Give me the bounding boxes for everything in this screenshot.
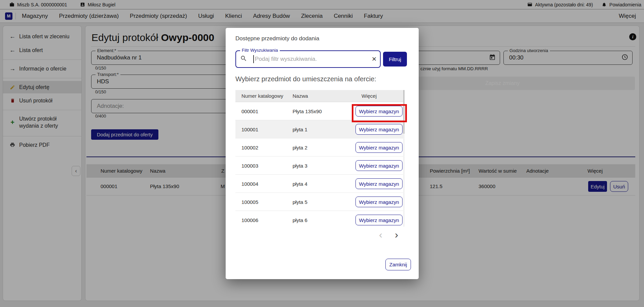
text-caret: [253, 55, 254, 63]
item-name: Płyta 135x90: [293, 108, 322, 114]
choose-warehouse-button[interactable]: Wybierz magazyn: [355, 196, 403, 207]
pagination-next-icon[interactable]: ›: [395, 230, 398, 240]
item-name: płyta 2: [293, 145, 307, 150]
choose-warehouse-button[interactable]: Wybierz magazyn: [355, 106, 403, 117]
items-table: Numer katalogowy Nazwa Więcej 000001 Pły…: [235, 90, 405, 227]
item-code: 100006: [241, 217, 258, 223]
item-name: płyta 3: [293, 163, 307, 169]
pagination-prev-icon[interactable]: ‹: [379, 230, 382, 240]
item-row: 100003 płyta 3 Wybierz magazyn: [235, 157, 405, 175]
item-name: płyta 1: [293, 127, 307, 132]
close-dialog-button[interactable]: Zamknij: [385, 259, 411, 270]
item-code: 100002: [241, 145, 258, 150]
clear-filter-icon[interactable]: ✕: [372, 55, 377, 63]
item-row: 100005 płyta 5 Wybierz magazyn: [235, 193, 405, 211]
item-name: płyta 6: [293, 217, 307, 223]
filter-field[interactable]: Filtr Wyszukiwania ✕: [235, 50, 381, 68]
col-wiecej: Więcej: [362, 93, 377, 99]
item-row: 100006 płyta 6 Wybierz magazyn: [235, 211, 405, 227]
item-row: 100001 płyta 1 Wybierz magazyn: [235, 120, 405, 138]
choose-warehouse-button[interactable]: Wybierz magazyn: [355, 124, 403, 135]
choose-warehouse-button[interactable]: Wybierz magazyn: [355, 142, 403, 153]
app-screen: Miszb S.A. 0000000001 Miłosz Bugiel Akty…: [0, 0, 644, 307]
choose-warehouse-button[interactable]: Wybierz magazyn: [355, 160, 403, 171]
item-code: 100004: [241, 181, 258, 187]
col-nazwa: Nazwa: [293, 93, 308, 99]
item-code: 100003: [241, 163, 258, 169]
choose-warehouse-button[interactable]: Wybierz magazyn: [355, 178, 403, 189]
scrollbar-thumb[interactable]: [403, 90, 405, 134]
item-row: 100002 płyta 2 Wybierz magazyn: [235, 138, 405, 157]
col-numer-katalogowy: Numer katalogowy: [241, 93, 283, 99]
dialog-title: Dostępne przedmioty do dodania: [235, 35, 319, 42]
item-row: 100004 płyta 4 Wybierz magazyn: [235, 175, 405, 193]
item-name: płyta 4: [293, 181, 307, 187]
filter-submit-button[interactable]: Filtruj: [383, 52, 407, 67]
dialog-subtitle: Wybierz przedmiot do umieszczenia na ofe…: [235, 75, 376, 83]
item-row: 000001 Płyta 135x90 Wybierz magazyn: [235, 102, 405, 120]
filter-input[interactable]: [255, 51, 356, 67]
item-code: 100001: [241, 127, 258, 132]
items-table-header: Numer katalogowy Nazwa Więcej: [235, 90, 405, 102]
item-code: 100005: [241, 199, 258, 205]
table-scrollbar[interactable]: [403, 90, 405, 227]
item-name: płyta 5: [293, 199, 307, 205]
add-items-dialog: Dostępne przedmioty do dodania Filtr Wys…: [226, 28, 419, 279]
search-icon: [240, 55, 247, 63]
item-code: 000001: [241, 108, 258, 114]
choose-warehouse-button[interactable]: Wybierz magazyn: [355, 215, 403, 225]
